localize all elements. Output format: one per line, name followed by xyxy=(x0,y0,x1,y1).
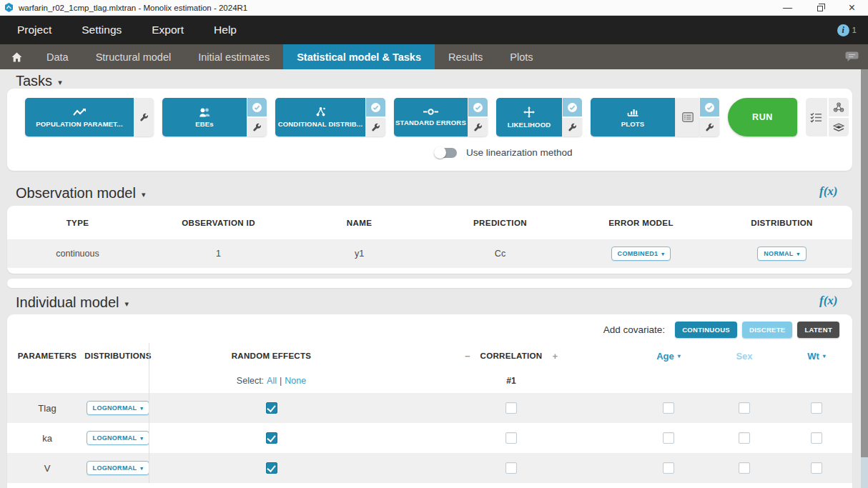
observation-formula-button[interactable]: f(x) xyxy=(819,184,837,199)
param-name-ka: ka xyxy=(7,423,87,453)
minimize-button[interactable]: — xyxy=(771,0,804,15)
add-correlation-button[interactable]: + xyxy=(552,351,558,362)
ka-distribution-dropdown[interactable]: LOGNORMAL ▾ xyxy=(87,431,150,445)
standard-errors-enabled-check[interactable] xyxy=(468,98,488,116)
menu-settings[interactable]: Settings xyxy=(82,24,122,36)
observation-model-section-header[interactable]: Observation model ▾ xyxy=(16,185,145,201)
caret-down-icon: ▾ xyxy=(140,434,143,442)
tlag-random-effect-checkbox[interactable] xyxy=(266,402,277,414)
branch-icon xyxy=(315,106,327,117)
scenario-layers-button[interactable] xyxy=(829,118,849,136)
wrench-icon xyxy=(139,113,149,122)
standard-errors-settings-button[interactable] xyxy=(468,118,488,136)
select-none-link[interactable]: None xyxy=(285,376,306,386)
menu-export[interactable]: Export xyxy=(152,24,184,36)
task-conditional-distribution: CONDITIONAL DISTRIB... xyxy=(275,98,385,136)
tab-results[interactable]: Results xyxy=(435,44,496,69)
ka-wt-checkbox[interactable] xyxy=(811,432,822,444)
vertical-scrollbar[interactable] xyxy=(861,69,868,488)
v-random-effect-checkbox[interactable] xyxy=(266,462,277,474)
scrollbar-thumb[interactable] xyxy=(861,69,868,457)
v-distribution-dropdown[interactable]: LOGNORMAL ▾ xyxy=(87,461,150,475)
ka-random-effect-checkbox[interactable] xyxy=(266,432,277,444)
info-icon[interactable]: i xyxy=(837,24,849,36)
workflow-button[interactable] xyxy=(829,98,849,116)
conditional-distribution-button[interactable]: CONDITIONAL DISTRIB... xyxy=(275,98,365,136)
caret-down-icon: ▾ xyxy=(58,76,62,87)
col-distributions: DISTRIBUTIONS xyxy=(87,343,149,369)
tlag-sex-checkbox[interactable] xyxy=(739,402,750,414)
plots-settings-button[interactable] xyxy=(700,118,719,136)
likelihood-button[interactable]: LIKELIHOOD xyxy=(496,98,562,136)
plots-enabled-check[interactable] xyxy=(700,98,719,116)
plots-button[interactable]: PLOTS xyxy=(591,98,675,136)
obs-row-observation-id: 1 xyxy=(148,239,289,268)
menu-project[interactable]: Project xyxy=(17,24,51,36)
caret-down-icon: ▾ xyxy=(142,188,146,199)
checklist-icon xyxy=(810,112,823,123)
standard-errors-button[interactable]: STANDARD ERRORS xyxy=(394,98,468,136)
v-wt-checkbox[interactable] xyxy=(811,462,822,474)
ebes-enabled-check[interactable] xyxy=(247,98,267,116)
ebes-button[interactable]: EBEs xyxy=(162,98,247,136)
tab-statistical-model-tasks[interactable]: Statistical model & Tasks xyxy=(283,44,435,69)
menu-bar: Project Settings Export Help i 1 xyxy=(0,16,868,44)
individual-model-title: Individual model xyxy=(16,294,119,311)
v-correlation-checkbox[interactable] xyxy=(505,462,517,474)
v-age-checkbox[interactable] xyxy=(663,462,674,474)
likelihood-settings-button[interactable] xyxy=(563,118,582,136)
tab-home[interactable] xyxy=(0,44,33,69)
notification-count: 1 xyxy=(852,26,857,34)
add-latent-covariate-button[interactable]: LATENT xyxy=(797,322,839,338)
toggle-knob xyxy=(434,146,446,159)
task-checklist-button[interactable] xyxy=(806,98,827,136)
linearization-toggle[interactable] xyxy=(435,148,457,158)
likelihood-enabled-check[interactable] xyxy=(563,98,582,116)
task-standard-errors: STANDARD ERRORS xyxy=(394,98,488,136)
tab-data[interactable]: Data xyxy=(33,44,82,69)
population-parameters-button[interactable]: POPULATION PARAMET... xyxy=(25,98,134,136)
run-button[interactable]: RUN xyxy=(728,98,797,136)
window-title: warfarin_r02_1cmp_tlag.mlxtran - Monolix… xyxy=(19,4,247,12)
distribution-dropdown[interactable]: NORMAL ▾ xyxy=(757,247,806,261)
v-sex-checkbox[interactable] xyxy=(739,462,750,474)
tlag-age-checkbox[interactable] xyxy=(663,402,674,414)
menu-help[interactable]: Help xyxy=(214,24,237,36)
select-all-link[interactable]: All xyxy=(267,376,277,386)
ka-age-checkbox[interactable] xyxy=(663,432,674,444)
error-model-dropdown[interactable]: COMBINED1 ▾ xyxy=(611,247,671,261)
col-covariate-wt[interactable]: Wt ▾ xyxy=(781,343,852,369)
crosshair-icon xyxy=(523,106,535,118)
wrench-icon xyxy=(705,123,714,132)
close-icon: × xyxy=(849,1,855,14)
tab-plots[interactable]: Plots xyxy=(496,44,546,69)
task-likelihood: LIKELIHOOD xyxy=(496,98,582,136)
wrench-icon xyxy=(371,123,380,132)
node-line-icon xyxy=(423,108,439,116)
individual-model-section-header[interactable]: Individual model ▾ xyxy=(16,294,129,311)
correlation-group-label: #1 xyxy=(393,369,629,393)
restore-button[interactable] xyxy=(804,0,836,15)
feedback-button[interactable] xyxy=(844,44,859,69)
conditional-distribution-settings-button[interactable] xyxy=(366,118,385,136)
tab-initial-estimates[interactable]: Initial estimates xyxy=(184,44,283,69)
ka-correlation-checkbox[interactable] xyxy=(505,432,517,444)
plots-selection-button[interactable] xyxy=(676,98,699,136)
add-continuous-covariate-button[interactable]: CONTINUOUS xyxy=(675,322,737,338)
tlag-correlation-checkbox[interactable] xyxy=(505,402,517,414)
population-parameters-settings-button[interactable] xyxy=(134,98,154,136)
conditional-distribution-enabled-check[interactable] xyxy=(366,98,385,116)
close-button[interactable]: × xyxy=(836,0,868,15)
individual-model-panel: Add covariate: CONTINUOUS DISCRETE LATEN… xyxy=(7,314,852,488)
ka-sex-checkbox[interactable] xyxy=(739,432,750,444)
ebes-settings-button[interactable] xyxy=(247,118,267,136)
col-covariate-age[interactable]: Age ▾ xyxy=(629,343,708,369)
tab-structural-model[interactable]: Structural model xyxy=(82,44,185,69)
individual-formula-button[interactable]: f(x) xyxy=(819,294,837,308)
check-circle-icon xyxy=(704,102,715,113)
tlag-wt-checkbox[interactable] xyxy=(811,402,822,414)
remove-correlation-button[interactable]: − xyxy=(465,351,470,362)
add-discrete-covariate-button[interactable]: DISCRETE xyxy=(742,322,792,338)
tasks-section-header[interactable]: Tasks ▾ xyxy=(16,73,62,89)
tlag-distribution-dropdown[interactable]: LOGNORMAL ▾ xyxy=(87,401,150,415)
